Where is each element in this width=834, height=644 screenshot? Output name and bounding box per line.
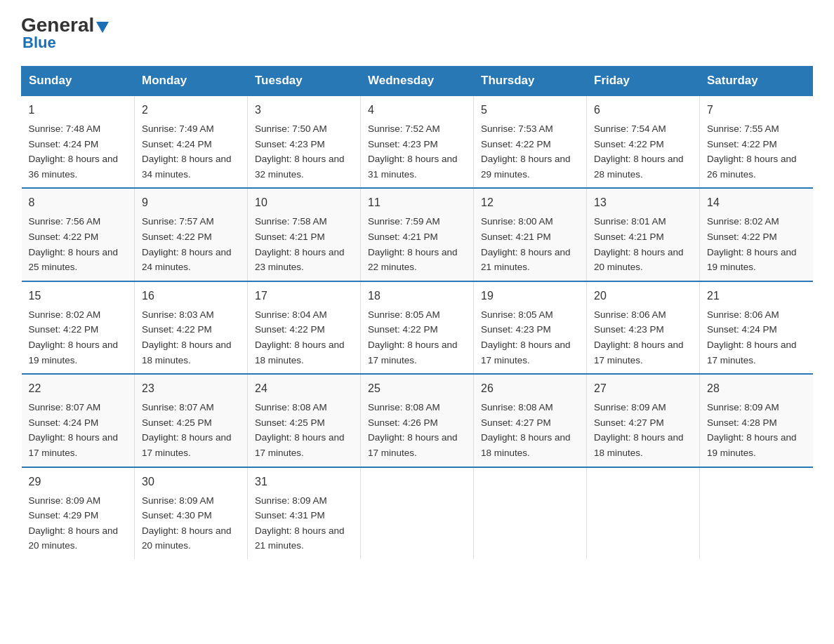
day-number: 20 (594, 288, 692, 304)
day-number: 10 (255, 194, 353, 211)
day-info: Sunrise: 7:54 AMSunset: 4:22 PMDaylight:… (594, 121, 692, 182)
calendar-cell: 29Sunrise: 8:09 AMSunset: 4:29 PMDayligh… (22, 467, 135, 559)
day-info: Sunrise: 8:08 AMSunset: 4:26 PMDaylight:… (368, 400, 466, 460)
day-info: Sunrise: 8:06 AMSunset: 4:24 PMDaylight:… (707, 307, 806, 368)
calendar-cell: 12Sunrise: 8:00 AMSunset: 4:21 PMDayligh… (474, 188, 587, 281)
calendar-cell: 16Sunrise: 8:03 AMSunset: 4:22 PMDayligh… (135, 281, 248, 374)
day-number: 17 (255, 288, 353, 304)
day-number: 21 (707, 288, 806, 304)
day-number: 24 (255, 380, 353, 397)
calendar-cell: 6Sunrise: 7:54 AMSunset: 4:22 PMDaylight… (587, 95, 700, 188)
day-info: Sunrise: 7:57 AMSunset: 4:22 PMDaylight:… (142, 214, 240, 274)
day-info: Sunrise: 8:09 AMSunset: 4:29 PMDaylight:… (29, 493, 128, 554)
day-number: 28 (707, 380, 806, 397)
day-info: Sunrise: 7:58 AMSunset: 4:21 PMDaylight:… (255, 214, 353, 274)
weekday-header-saturday: Saturday (700, 67, 813, 96)
day-number: 8 (29, 194, 128, 211)
day-number: 25 (368, 380, 466, 397)
day-number: 7 (707, 102, 806, 119)
calendar-cell (700, 467, 813, 559)
calendar-cell: 30Sunrise: 8:09 AMSunset: 4:30 PMDayligh… (135, 467, 248, 559)
calendar-cell: 7Sunrise: 7:55 AMSunset: 4:22 PMDaylight… (700, 95, 813, 188)
day-info: Sunrise: 7:49 AMSunset: 4:24 PMDaylight:… (142, 121, 240, 182)
weekday-header-sunday: Sunday (22, 67, 135, 96)
calendar-cell: 24Sunrise: 8:08 AMSunset: 4:25 PMDayligh… (248, 374, 361, 467)
day-number: 18 (368, 288, 466, 304)
calendar-cell: 8Sunrise: 7:56 AMSunset: 4:22 PMDaylight… (22, 188, 135, 281)
calendar-cell: 9Sunrise: 7:57 AMSunset: 4:22 PMDaylight… (135, 188, 248, 281)
day-number: 4 (368, 102, 466, 119)
day-info: Sunrise: 8:09 AMSunset: 4:31 PMDaylight:… (255, 493, 353, 554)
day-info: Sunrise: 8:09 AMSunset: 4:30 PMDaylight:… (142, 493, 240, 554)
calendar-cell: 5Sunrise: 7:53 AMSunset: 4:22 PMDaylight… (474, 95, 587, 188)
day-info: Sunrise: 8:02 AMSunset: 4:22 PMDaylight:… (707, 214, 806, 274)
day-number: 9 (142, 194, 240, 211)
calendar-week-3: 15Sunrise: 8:02 AMSunset: 4:22 PMDayligh… (22, 281, 813, 374)
calendar-cell: 26Sunrise: 8:08 AMSunset: 4:27 PMDayligh… (474, 374, 587, 467)
calendar-cell: 3Sunrise: 7:50 AMSunset: 4:23 PMDaylight… (248, 95, 361, 188)
calendar-cell: 15Sunrise: 8:02 AMSunset: 4:22 PMDayligh… (22, 281, 135, 374)
day-info: Sunrise: 8:02 AMSunset: 4:22 PMDaylight:… (29, 307, 128, 368)
calendar-cell: 23Sunrise: 8:07 AMSunset: 4:25 PMDayligh… (135, 374, 248, 467)
day-info: Sunrise: 7:59 AMSunset: 4:21 PMDaylight:… (368, 214, 466, 274)
day-number: 6 (594, 102, 692, 119)
day-number: 2 (142, 102, 240, 119)
calendar-cell: 31Sunrise: 8:09 AMSunset: 4:31 PMDayligh… (248, 467, 361, 559)
day-info: Sunrise: 7:52 AMSunset: 4:23 PMDaylight:… (368, 121, 466, 182)
logo-blue-text: Blue (22, 34, 56, 52)
day-number: 11 (368, 194, 466, 211)
calendar-cell: 11Sunrise: 7:59 AMSunset: 4:21 PMDayligh… (361, 188, 474, 281)
calendar-cell (474, 467, 587, 559)
day-info: Sunrise: 7:50 AMSunset: 4:23 PMDaylight:… (255, 121, 353, 182)
calendar-week-1: 1Sunrise: 7:48 AMSunset: 4:24 PMDaylight… (22, 95, 813, 188)
calendar-cell: 19Sunrise: 8:05 AMSunset: 4:23 PMDayligh… (474, 281, 587, 374)
day-info: Sunrise: 7:48 AMSunset: 4:24 PMDaylight:… (29, 121, 128, 182)
calendar-cell: 25Sunrise: 8:08 AMSunset: 4:26 PMDayligh… (361, 374, 474, 467)
day-info: Sunrise: 8:03 AMSunset: 4:22 PMDaylight:… (142, 307, 240, 368)
day-number: 14 (707, 194, 806, 211)
calendar-cell: 18Sunrise: 8:05 AMSunset: 4:22 PMDayligh… (361, 281, 474, 374)
day-number: 12 (481, 194, 579, 211)
calendar-week-5: 29Sunrise: 8:09 AMSunset: 4:29 PMDayligh… (22, 467, 813, 559)
day-number: 5 (481, 102, 579, 119)
day-info: Sunrise: 7:56 AMSunset: 4:22 PMDaylight:… (29, 214, 128, 274)
day-info: Sunrise: 8:09 AMSunset: 4:27 PMDaylight:… (594, 400, 692, 460)
day-info: Sunrise: 7:55 AMSunset: 4:22 PMDaylight:… (707, 121, 806, 182)
day-number: 31 (255, 474, 353, 490)
calendar-cell: 4Sunrise: 7:52 AMSunset: 4:23 PMDaylight… (361, 95, 474, 188)
calendar-cell: 14Sunrise: 8:02 AMSunset: 4:22 PMDayligh… (700, 188, 813, 281)
day-info: Sunrise: 8:05 AMSunset: 4:23 PMDaylight:… (481, 307, 579, 368)
logo-triangle-icon (96, 22, 109, 33)
day-number: 1 (29, 102, 128, 119)
day-info: Sunrise: 8:09 AMSunset: 4:28 PMDaylight:… (707, 400, 806, 460)
day-number: 30 (142, 474, 240, 490)
calendar-cell: 10Sunrise: 7:58 AMSunset: 4:21 PMDayligh… (248, 188, 361, 281)
calendar-cell: 21Sunrise: 8:06 AMSunset: 4:24 PMDayligh… (700, 281, 813, 374)
day-number: 15 (29, 288, 128, 304)
calendar-week-4: 22Sunrise: 8:07 AMSunset: 4:24 PMDayligh… (22, 374, 813, 467)
day-info: Sunrise: 8:04 AMSunset: 4:22 PMDaylight:… (255, 307, 353, 368)
weekday-header-row: SundayMondayTuesdayWednesdayThursdayFrid… (22, 67, 813, 96)
calendar-cell: 1Sunrise: 7:48 AMSunset: 4:24 PMDaylight… (22, 95, 135, 188)
calendar-cell: 22Sunrise: 8:07 AMSunset: 4:24 PMDayligh… (22, 374, 135, 467)
calendar-cell (587, 467, 700, 559)
day-number: 27 (594, 380, 692, 397)
day-number: 23 (142, 380, 240, 397)
day-number: 13 (594, 194, 692, 211)
day-info: Sunrise: 8:00 AMSunset: 4:21 PMDaylight:… (481, 214, 579, 274)
page-header: General Blue (21, 14, 813, 52)
calendar-cell: 17Sunrise: 8:04 AMSunset: 4:22 PMDayligh… (248, 281, 361, 374)
calendar-cell: 13Sunrise: 8:01 AMSunset: 4:21 PMDayligh… (587, 188, 700, 281)
calendar-cell: 28Sunrise: 8:09 AMSunset: 4:28 PMDayligh… (700, 374, 813, 467)
calendar-table: SundayMondayTuesdayWednesdayThursdayFrid… (21, 66, 813, 559)
day-number: 19 (481, 288, 579, 304)
day-number: 26 (481, 380, 579, 397)
calendar-cell (361, 467, 474, 559)
day-info: Sunrise: 8:06 AMSunset: 4:23 PMDaylight:… (594, 307, 692, 368)
day-info: Sunrise: 8:07 AMSunset: 4:25 PMDaylight:… (142, 400, 240, 460)
day-info: Sunrise: 7:53 AMSunset: 4:22 PMDaylight:… (481, 121, 579, 182)
calendar-cell: 20Sunrise: 8:06 AMSunset: 4:23 PMDayligh… (587, 281, 700, 374)
day-info: Sunrise: 8:07 AMSunset: 4:24 PMDaylight:… (29, 400, 128, 460)
day-info: Sunrise: 8:08 AMSunset: 4:27 PMDaylight:… (481, 400, 579, 460)
weekday-header-monday: Monday (135, 67, 248, 96)
